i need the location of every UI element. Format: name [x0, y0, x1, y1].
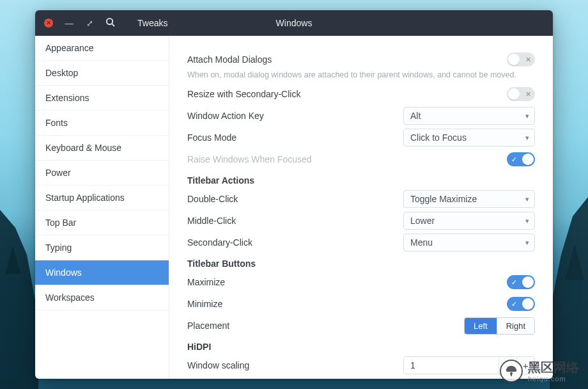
minimize-toggle[interactable]: ✓: [507, 297, 535, 311]
search-icon[interactable]: [105, 17, 114, 29]
svg-point-0: [107, 19, 112, 24]
attach-modal-toggle[interactable]: ✕: [507, 52, 535, 67]
chevron-down-icon: ▾: [525, 195, 529, 203]
titlebar-buttons-heading: Titlebar Buttons: [187, 258, 535, 269]
sidebar-item-workspaces[interactable]: Workspaces: [35, 285, 169, 310]
sidebar-item-top-bar[interactable]: Top Bar: [35, 210, 169, 235]
sidebar-item-windows[interactable]: Windows: [35, 260, 169, 285]
app-name: Tweaks: [137, 18, 167, 28]
action-key-value: Alt: [410, 111, 421, 121]
sidebar-item-power[interactable]: Power: [35, 161, 169, 186]
secondary-click-label: Secondary-Click: [187, 237, 403, 248]
sidebar: AppearanceDesktopExtensionsFontsKeyboard…: [35, 36, 169, 379]
resize-secondary-toggle[interactable]: ✕: [507, 87, 535, 101]
middle-click-select[interactable]: Lower ▾: [403, 212, 535, 230]
sidebar-item-keyboard-mouse[interactable]: Keyboard & Mouse: [35, 136, 169, 161]
window-scaling-label: Window scaling: [187, 360, 403, 370]
double-click-select[interactable]: Toggle Maximize ▾: [403, 190, 535, 208]
minimize-label: Minimize: [187, 299, 507, 309]
secondary-click-value: Menu: [410, 237, 433, 248]
maximize-icon[interactable]: ⤢: [85, 19, 94, 28]
chevron-down-icon: ▾: [525, 217, 529, 225]
hidpi-heading: HiDPI: [187, 342, 535, 352]
watermark-text: 黑区网络: [528, 360, 579, 374]
chevron-down-icon: ▾: [525, 239, 529, 247]
attach-modal-desc: When on, modal dialog windows are attach…: [187, 70, 535, 79]
window-scaling-input[interactable]: [404, 357, 499, 374]
middle-click-value: Lower: [410, 216, 435, 226]
titlebar-actions-heading: Titlebar Actions: [187, 175, 535, 186]
double-click-label: Double-Click: [187, 194, 403, 204]
focus-mode-label: Focus Mode: [187, 132, 403, 143]
resize-secondary-label: Resize with Secondary-Click: [187, 89, 507, 99]
watermark: 黑区网络 heiqu.com: [500, 359, 579, 383]
raise-focused-label: Raise Windows When Focused: [187, 154, 507, 164]
tweaks-window: ✕ ― ⤢ Tweaks Windows AppearanceDesktopEx…: [35, 10, 553, 379]
content-pane: Attach Modal Dialogs ✕ When on, modal di…: [169, 36, 553, 379]
mushroom-icon: [500, 360, 523, 383]
wallpaper-shape: [0, 210, 38, 389]
placement-segment: Left Right: [464, 317, 535, 335]
action-key-label: Window Action Key: [187, 111, 403, 121]
focus-mode-value: Click to Focus: [410, 132, 467, 143]
placement-label: Placement: [187, 321, 464, 331]
chevron-down-icon: ▾: [525, 112, 529, 120]
sidebar-item-typing[interactable]: Typing: [35, 235, 169, 260]
titlebar: ✕ ― ⤢ Tweaks Windows: [35, 10, 553, 36]
sidebar-item-startup-applications[interactable]: Startup Applications: [35, 186, 169, 210]
sidebar-item-extensions[interactable]: Extensions: [35, 86, 169, 111]
minimize-icon[interactable]: ―: [65, 19, 74, 28]
placement-left-button[interactable]: Left: [465, 318, 497, 334]
svg-line-1: [112, 24, 114, 26]
focus-mode-select[interactable]: Click to Focus ▾: [403, 129, 535, 147]
secondary-click-select[interactable]: Menu ▾: [403, 234, 535, 251]
close-icon[interactable]: ✕: [44, 19, 53, 28]
sidebar-item-desktop[interactable]: Desktop: [35, 61, 169, 86]
action-key-select[interactable]: Alt ▾: [403, 107, 535, 125]
watermark-sub: heiqu.com: [528, 375, 579, 383]
raise-focused-toggle[interactable]: ✓: [507, 152, 535, 166]
maximize-label: Maximize: [187, 277, 507, 287]
maximize-toggle[interactable]: ✓: [507, 275, 535, 289]
double-click-value: Toggle Maximize: [410, 194, 477, 204]
sidebar-item-fonts[interactable]: Fonts: [35, 111, 169, 136]
attach-modal-label: Attach Modal Dialogs: [187, 54, 507, 65]
chevron-down-icon: ▾: [525, 134, 529, 142]
placement-right-button[interactable]: Right: [497, 318, 534, 334]
middle-click-label: Middle-Click: [187, 216, 403, 226]
sidebar-item-appearance[interactable]: Appearance: [35, 36, 169, 61]
